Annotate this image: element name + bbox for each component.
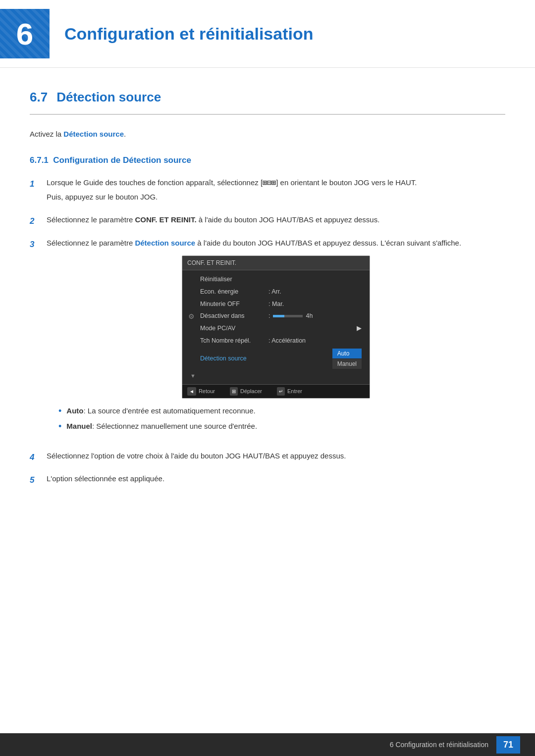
deplacer-label: Déplacer <box>240 387 262 396</box>
subsection-title: Configuration de Détection source <box>53 155 191 165</box>
chapter-header: 6 Configuration et réinitialisation <box>0 0 535 68</box>
menu-value-desactiver: : 4h <box>268 311 313 321</box>
step-4-number: 4 <box>30 451 40 464</box>
menu-title-bar: CONF. ET REINIT. <box>182 256 370 270</box>
step-4-content: Sélectionnez l'option de votre choix à l… <box>47 451 505 465</box>
step-5-number: 5 <box>30 473 40 487</box>
step-2-content: Sélectionnez le paramètre CONF. ET REINI… <box>47 214 505 229</box>
option-manuel: Manuel <box>332 359 362 369</box>
footer-retour: ◄ Retour <box>187 387 215 396</box>
section-number: 6.7 <box>30 88 48 107</box>
footer-page-number: 71 <box>496 736 520 754</box>
step-3: 3 Sélectionnez le paramètre Détection so… <box>30 238 505 442</box>
chapter-number: 6 <box>16 11 33 57</box>
step-1-number: 1 <box>30 177 40 191</box>
chapter-title: Configuration et réinitialisation <box>64 21 313 47</box>
step-5: 5 L'option sélectionnée est appliquée. <box>30 473 505 488</box>
step-2: 2 Sélectionnez le paramètre CONF. ET REI… <box>30 214 505 229</box>
step-1-text: Lorsque le Guide des touches de fonction… <box>47 177 505 189</box>
entrer-label: Entrer <box>287 387 302 396</box>
menu-row-arrow-down: ▼ <box>182 370 370 382</box>
menu-row-minuterie: Minuterie OFF : Mar. <box>182 298 370 310</box>
entrer-icon: ↵ <box>277 387 285 396</box>
page-footer: 6 Configuration et réinitialisation 71 <box>0 733 535 756</box>
bullet-manuel: • Manuel: Sélectionnez manuellement une … <box>58 421 505 432</box>
step-1: 1 Lorsque le Guide des touches de foncti… <box>30 177 505 205</box>
footer-deplacer: ⊞ Déplacer <box>230 387 262 396</box>
step-3-number: 3 <box>30 238 40 251</box>
section-heading: 6.7 Détection source <box>30 88 505 115</box>
steps-list: 1 Lorsque le Guide des touches de foncti… <box>30 177 505 488</box>
section-title: Détection source <box>56 88 161 107</box>
step-3-text: Sélectionnez le paramètre Détection sour… <box>47 238 505 249</box>
bullet-dot-manuel: • <box>58 421 61 432</box>
menu-row-detection: Détection source Auto Manuel <box>182 347 370 370</box>
menu-row-reinit: Réinitialiser <box>182 273 370 286</box>
bullet-text-auto: Auto: La source d'entrée est automatique… <box>66 405 255 417</box>
step-2-text: Sélectionnez le paramètre CONF. ET REINI… <box>47 214 505 226</box>
chapter-number-box: 6 <box>0 9 50 58</box>
menu-label-modepc: Mode PC/AV <box>200 324 265 333</box>
retour-icon: ◄ <box>187 387 196 396</box>
menu-label-desactiver: Désactiver dans <box>200 311 265 321</box>
menu-value-tch: : Accélération <box>268 336 306 346</box>
bullet-bold-auto: Auto <box>66 406 83 415</box>
menu-label-minuterie: Minuterie OFF <box>200 300 265 309</box>
intro-suffix: . <box>124 130 126 138</box>
menu-label-reinit: Réinitialiser <box>200 275 265 284</box>
step-2-number: 2 <box>30 214 40 228</box>
intro-highlight: Détection source <box>63 130 124 138</box>
option-auto: Auto <box>332 349 362 358</box>
bullet-list: • Auto: La source d'entrée est automatiq… <box>58 405 505 433</box>
retour-label: Retour <box>199 387 215 396</box>
menu-label-tch: Tch Nombre répél. <box>200 336 265 346</box>
step-4: 4 Sélectionnez l'option de votre choix à… <box>30 451 505 465</box>
intro-prefix: Activez la <box>30 130 63 138</box>
menu-value-econ: : Arr. <box>268 287 281 297</box>
intro-text: Activez la Détection source. <box>30 129 505 140</box>
menu-value-modepc: ▶ <box>357 324 362 333</box>
menu-screenshot: CONF. ET REINIT. Réinitialiser Econ. éne… <box>182 255 370 399</box>
bullet-text-manuel: Manuel: Sélectionnez manuellement une so… <box>66 421 257 432</box>
menu-body: Réinitialiser Econ. énergie : Arr. Minut… <box>182 270 370 384</box>
bullet-auto: • Auto: La source d'entrée est automatiq… <box>58 405 505 417</box>
step-5-text: L'option sélectionnée est appliquée. <box>47 473 505 485</box>
footer-entrer: ↵ Entrer <box>277 387 302 396</box>
deplacer-icon: ⊞ <box>230 387 238 396</box>
menu-row-desactiver: ⚙ Désactiver dans : 4h <box>182 310 370 322</box>
detection-options: Auto Manuel <box>332 349 362 369</box>
step-4-text: Sélectionnez l'option de votre choix à l… <box>47 451 505 462</box>
gear-icon: ⚙ <box>188 311 195 321</box>
step-3-content: Sélectionnez le paramètre Détection sour… <box>47 238 505 442</box>
bullet-dot-auto: • <box>58 405 61 417</box>
menu-row-tch: Tch Nombre répél. : Accélération <box>182 335 370 347</box>
subsection-number: 6.7.1 <box>30 155 53 165</box>
footer-chapter-text: 6 Configuration et réinitialisation <box>390 740 488 750</box>
menu-label-econ: Econ. énergie <box>200 287 265 297</box>
step-1-sub: Puis, appuyez sur le bouton JOG. <box>47 192 505 203</box>
menu-row-econ: Econ. énergie : Arr. <box>182 286 370 298</box>
menu-row-modepc: Mode PC/AV ▶ <box>182 322 370 335</box>
main-content: 6.7 Détection source Activez la Détectio… <box>0 73 535 526</box>
subsection-heading: 6.7.1 Configuration de Détection source <box>30 154 505 167</box>
menu-label-detection: Détection source <box>200 354 265 363</box>
menu-footer: ◄ Retour ⊞ Déplacer ↵ Entrer <box>182 384 370 398</box>
menu-row-detection-wrap: Détection source Auto Manuel ▼ <box>182 347 370 382</box>
menu-value-minuterie: : Mar. <box>268 300 284 309</box>
step-5-content: L'option sélectionnée est appliquée. <box>47 473 505 488</box>
bullet-bold-manuel: Manuel <box>66 422 92 430</box>
step-1-content: Lorsque le Guide des touches de fonction… <box>47 177 505 205</box>
